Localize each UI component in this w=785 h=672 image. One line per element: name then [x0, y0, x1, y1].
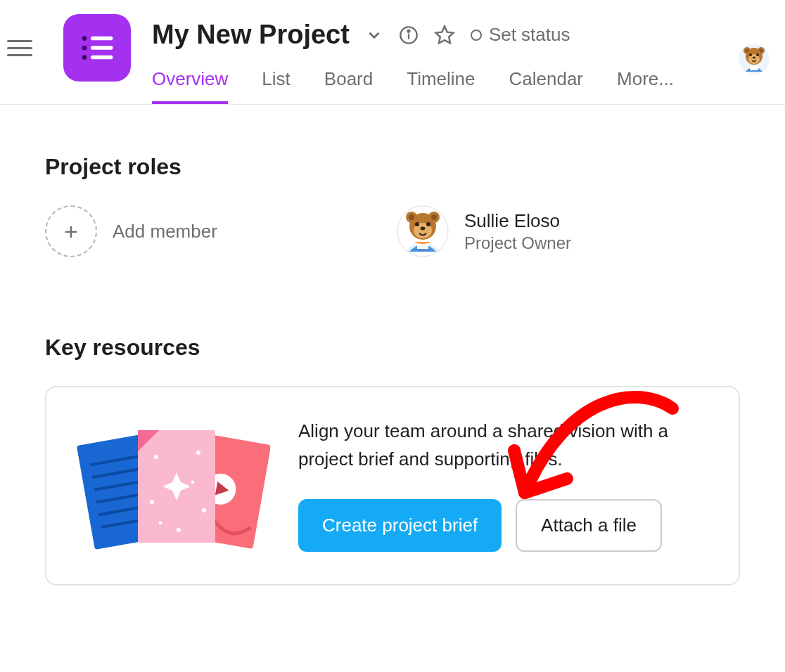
- set-status-label: Set status: [489, 24, 570, 46]
- tab-list[interactable]: List: [262, 68, 290, 104]
- svg-point-27: [431, 214, 437, 220]
- menu-hamburger-icon[interactable]: [7, 34, 35, 62]
- tab-overview[interactable]: Overview: [152, 68, 228, 104]
- svg-point-4: [82, 55, 87, 60]
- member-role: Project Owner: [464, 233, 571, 253]
- current-user-avatar[interactable]: [739, 44, 770, 75]
- member-name: Sullie Eloso: [464, 210, 571, 232]
- add-member-label: Add member: [113, 221, 217, 243]
- svg-point-15: [746, 49, 749, 53]
- add-member-button[interactable]: + Add member: [45, 205, 340, 257]
- svg-point-18: [749, 53, 752, 56]
- project-tabs: Overview List Board Timeline Calendar Mo…: [152, 68, 771, 104]
- svg-point-49: [159, 521, 162, 524]
- svg-rect-11: [750, 66, 758, 70]
- svg-rect-5: [91, 56, 113, 60]
- svg-rect-3: [91, 46, 113, 50]
- svg-rect-1: [91, 37, 113, 41]
- key-resources-description: Align your team around a shared vision w…: [298, 417, 712, 474]
- tab-board[interactable]: Board: [324, 68, 373, 104]
- member-avatar: [397, 205, 449, 257]
- section-title-key-resources: Key resources: [45, 335, 740, 361]
- tab-calendar[interactable]: Calendar: [509, 68, 584, 104]
- svg-point-30: [426, 222, 430, 226]
- bear-avatar-icon: [739, 44, 770, 75]
- svg-point-44: [154, 455, 158, 459]
- svg-point-0: [82, 36, 87, 41]
- svg-point-29: [415, 222, 419, 226]
- resources-illustration: [73, 418, 270, 551]
- status-circle-icon: [471, 30, 482, 41]
- project-color-icon[interactable]: [63, 14, 131, 82]
- svg-point-47: [202, 508, 206, 512]
- project-roles-row: + Add member: [45, 205, 740, 257]
- list-icon: [78, 29, 116, 67]
- set-status-button[interactable]: Set status: [471, 24, 570, 46]
- tab-timeline[interactable]: Timeline: [407, 68, 475, 104]
- svg-point-20: [753, 56, 755, 58]
- svg-point-50: [191, 480, 195, 484]
- create-project-brief-button[interactable]: Create project brief: [298, 499, 502, 552]
- star-icon[interactable]: [434, 25, 455, 46]
- plus-icon: +: [45, 205, 97, 257]
- chevron-down-icon[interactable]: [365, 26, 383, 44]
- svg-point-2: [82, 46, 87, 51]
- section-title-project-roles: Project roles: [45, 154, 740, 180]
- key-resources-card: Align your team around a shared vision w…: [45, 386, 740, 586]
- bear-avatar-icon: [397, 205, 449, 257]
- svg-point-46: [150, 500, 154, 504]
- svg-marker-9: [435, 26, 453, 43]
- project-member[interactable]: Sullie Eloso Project Owner: [397, 205, 692, 257]
- project-title[interactable]: My New Project: [152, 20, 350, 50]
- svg-point-48: [177, 528, 181, 532]
- svg-point-31: [421, 227, 426, 231]
- info-icon[interactable]: [399, 25, 419, 45]
- tab-more[interactable]: More...: [617, 68, 674, 104]
- svg-point-16: [760, 49, 763, 53]
- svg-point-45: [196, 451, 200, 455]
- svg-point-19: [756, 53, 759, 56]
- attach-file-button[interactable]: Attach a file: [516, 499, 662, 552]
- svg-rect-22: [417, 243, 428, 249]
- svg-point-8: [407, 30, 409, 32]
- svg-point-26: [409, 214, 414, 220]
- project-header: My New Project Set status Overview List …: [0, 0, 785, 105]
